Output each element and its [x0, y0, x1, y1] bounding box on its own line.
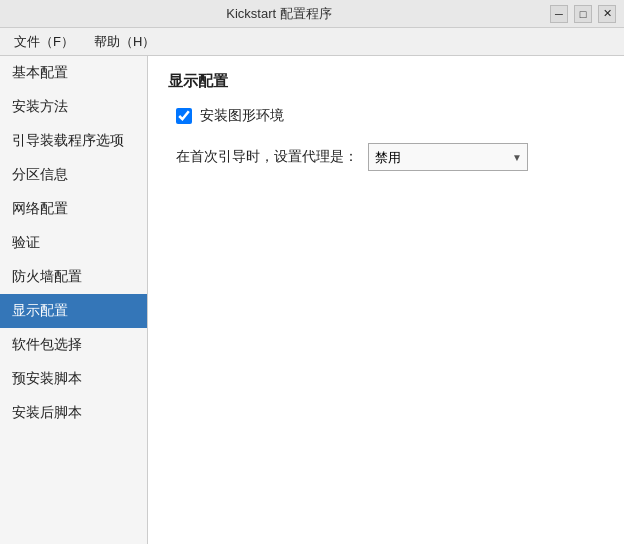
sidebar-item-post-script[interactable]: 安装后脚本 — [0, 396, 147, 430]
install-graphical-env-row: 安装图形环境 — [168, 107, 604, 125]
sidebar-item-display[interactable]: 显示配置 — [0, 294, 147, 328]
sidebar: 基本配置 安装方法 引导装载程序选项 分区信息 网络配置 验证 防火墙配置 显示… — [0, 56, 148, 544]
sidebar-item-packages[interactable]: 软件包选择 — [0, 328, 147, 362]
close-button[interactable]: ✕ — [598, 5, 616, 23]
proxy-select[interactable]: 禁用 启用 — [368, 143, 528, 171]
menu-bar: 文件（F） 帮助（H） — [0, 28, 624, 56]
title-bar: Kickstart 配置程序 ─ □ ✕ — [0, 0, 624, 28]
menu-help[interactable]: 帮助（H） — [84, 29, 165, 55]
proxy-row: 在首次引导时，设置代理是： 禁用 启用 ▼ — [168, 143, 604, 171]
install-graphical-checkbox[interactable] — [176, 108, 192, 124]
sidebar-item-install-method[interactable]: 安装方法 — [0, 90, 147, 124]
main-layout: 基本配置 安装方法 引导装载程序选项 分区信息 网络配置 验证 防火墙配置 显示… — [0, 56, 624, 544]
menu-file[interactable]: 文件（F） — [4, 29, 84, 55]
install-graphical-label[interactable]: 安装图形环境 — [200, 107, 284, 125]
maximize-button[interactable]: □ — [574, 5, 592, 23]
window-controls: ─ □ ✕ — [550, 5, 616, 23]
sidebar-item-basic[interactable]: 基本配置 — [0, 56, 147, 90]
content-title: 显示配置 — [168, 72, 604, 91]
minimize-button[interactable]: ─ — [550, 5, 568, 23]
sidebar-item-bootloader[interactable]: 引导装载程序选项 — [0, 124, 147, 158]
proxy-label: 在首次引导时，设置代理是： — [176, 148, 358, 166]
sidebar-item-firewall[interactable]: 防火墙配置 — [0, 260, 147, 294]
sidebar-item-auth[interactable]: 验证 — [0, 226, 147, 260]
sidebar-item-pre-script[interactable]: 预安装脚本 — [0, 362, 147, 396]
window-title: Kickstart 配置程序 — [8, 5, 550, 23]
content-area: 显示配置 安装图形环境 在首次引导时，设置代理是： 禁用 启用 ▼ — [148, 56, 624, 544]
sidebar-item-network[interactable]: 网络配置 — [0, 192, 147, 226]
proxy-select-wrapper: 禁用 启用 ▼ — [368, 143, 528, 171]
sidebar-item-partition[interactable]: 分区信息 — [0, 158, 147, 192]
